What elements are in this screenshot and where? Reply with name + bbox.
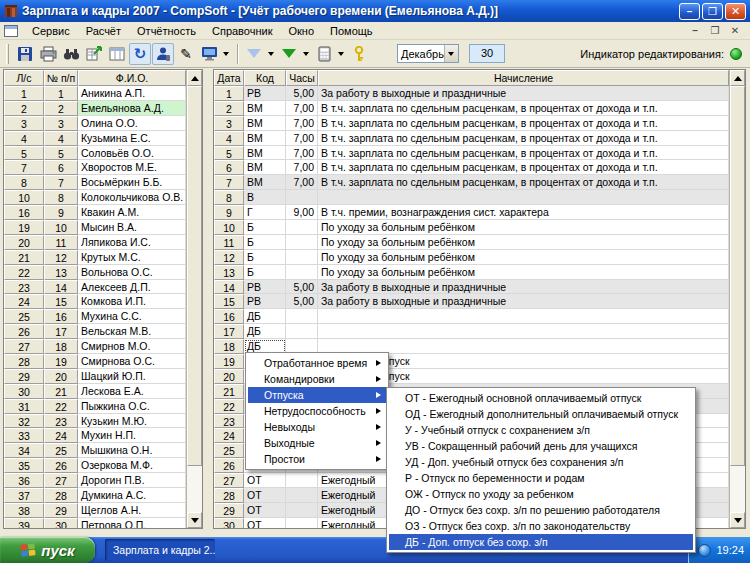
code-cell[interactable]: В (244, 190, 286, 205)
fio-cell[interactable]: Шацкий Ю.П. (78, 369, 186, 384)
submenu-item[interactable]: ОТ - Ежегодный основной оплачиваемый отп… (389, 390, 693, 406)
fio-cell[interactable]: Емельянова А.Д. (78, 101, 186, 116)
fio-cell[interactable]: Комкова И.П. (78, 294, 186, 309)
code-cell[interactable]: Б (244, 265, 286, 280)
order-number-cell[interactable]: 13 (44, 265, 78, 280)
order-number-cell[interactable]: 29 (44, 503, 78, 518)
menu-item-Расчёт[interactable]: Расчёт (78, 23, 129, 39)
date-cell[interactable]: 1 (214, 86, 244, 101)
edit-button[interactable]: ✎ (175, 43, 197, 65)
code-cell[interactable]: ВМ (244, 116, 286, 131)
accrual-cell[interactable]: В т.ч. зарплата по сдельным расценкам, в… (318, 101, 729, 116)
accrual-cell[interactable] (318, 190, 729, 205)
fio-cell[interactable]: Алексеев Д.П. (78, 280, 186, 295)
code-cell[interactable]: РВ (244, 280, 286, 295)
code-cell[interactable]: Б (244, 235, 286, 250)
refresh-button[interactable]: ↻ (129, 43, 151, 65)
hours-cell[interactable] (286, 235, 318, 250)
order-number-cell[interactable]: 26 (44, 458, 78, 473)
personal-account-cell[interactable]: 20 (4, 235, 44, 250)
accrual-cell[interactable]: По уходу за больным ребёнком (318, 250, 729, 265)
order-number-cell[interactable]: 4 (44, 131, 78, 146)
order-number-cell[interactable]: 12 (44, 250, 78, 265)
hours-cell[interactable] (286, 324, 318, 339)
accrual-cell[interactable]: По уходу за больным ребёнком (318, 265, 729, 280)
accrual-cell[interactable]: За работу в выходные и праздничные (318, 280, 729, 295)
submenu-item[interactable]: УД - Доп. учебный отпуск без сохранения … (389, 454, 693, 470)
order-number-cell[interactable]: 21 (44, 384, 78, 399)
date-cell[interactable]: 19 (214, 354, 244, 369)
date-cell[interactable]: 8 (214, 190, 244, 205)
code-cell[interactable]: ДБ (244, 324, 286, 339)
date-cell[interactable]: 28 (214, 488, 244, 503)
close-button[interactable]: ✕ (725, 3, 746, 20)
fio-cell[interactable]: Колокольчикова О.В. (78, 190, 186, 205)
collapse-button[interactable] (243, 43, 265, 65)
month-select[interactable]: Декабрь (397, 44, 459, 63)
order-number-cell[interactable]: 20 (44, 369, 78, 384)
fio-cell[interactable]: Ляпикова И.С. (78, 235, 186, 250)
fio-cell[interactable]: Кузьмина Е.С. (78, 131, 186, 146)
fio-cell[interactable]: Квакин А.М. (78, 205, 186, 220)
submenu-item[interactable]: ДО - Отпуск без сохр. з/п по решению раб… (389, 502, 693, 518)
hours-cell[interactable] (286, 190, 318, 205)
fio-cell[interactable]: Озеркова М.Ф. (78, 458, 186, 473)
hours-cell[interactable]: 7,00 (286, 116, 318, 131)
hours-cell[interactable]: 7,00 (286, 101, 318, 116)
submenu-item[interactable]: ДБ - Доп. отпуск без сохр. з/п (389, 534, 693, 550)
date-cell[interactable]: 23 (214, 414, 244, 429)
order-number-cell[interactable]: 19 (44, 354, 78, 369)
order-number-cell[interactable]: 27 (44, 473, 78, 488)
access-button[interactable] (348, 43, 370, 65)
code-cell[interactable]: ВМ (244, 160, 286, 175)
date-cell[interactable]: 24 (214, 428, 244, 443)
column-header[interactable]: Начисление (318, 70, 729, 86)
personal-account-cell[interactable]: 33 (4, 428, 44, 443)
date-cell[interactable]: 18 (214, 339, 244, 354)
order-number-cell[interactable]: 11 (44, 235, 78, 250)
accrual-cell[interactable]: За работу в выходные и праздничные (318, 294, 729, 309)
fio-cell[interactable]: Олина О.О. (78, 116, 186, 131)
order-number-cell[interactable]: 6 (44, 160, 78, 175)
personal-account-cell[interactable]: 26 (4, 324, 44, 339)
code-cell[interactable]: Б (244, 250, 286, 265)
date-cell[interactable]: 26 (214, 458, 244, 473)
submenu-item[interactable]: ОД - Ежегодный дополнительный оплачиваем… (389, 406, 693, 422)
collapse-dropdown-caret[interactable] (266, 43, 276, 65)
menu-item-Окно[interactable]: Окно (280, 23, 322, 39)
accrual-cell[interactable]: В т.ч. зарплата по сдельным расценкам, в… (318, 160, 729, 175)
fio-cell[interactable]: Соловьёв О.О. (78, 146, 186, 161)
date-cell[interactable]: 17 (214, 324, 244, 339)
monitor-button[interactable] (198, 43, 220, 65)
personal-account-cell[interactable]: 19 (4, 220, 44, 235)
start-button[interactable]: пуск (0, 537, 95, 563)
hours-cell[interactable] (286, 473, 318, 488)
personal-account-cell[interactable]: 24 (4, 294, 44, 309)
hours-cell[interactable]: 7,00 (286, 131, 318, 146)
date-cell[interactable]: 27 (214, 473, 244, 488)
context-menu-item[interactable]: Невыходы (248, 419, 386, 435)
order-number-cell[interactable]: 17 (44, 324, 78, 339)
personal-account-cell[interactable]: 32 (4, 414, 44, 429)
calculator-button[interactable] (313, 43, 335, 65)
personal-account-cell[interactable]: 34 (4, 443, 44, 458)
fio-cell[interactable]: Мысин В.А. (78, 220, 186, 235)
fio-cell[interactable]: Вельская М.В. (78, 324, 186, 339)
context-menu-item[interactable]: Отпуска (248, 387, 386, 403)
hours-cell[interactable]: 5,00 (286, 294, 318, 309)
column-header[interactable]: Ф.И.О. (78, 70, 186, 86)
date-cell[interactable]: 6 (214, 160, 244, 175)
order-number-cell[interactable]: 3 (44, 116, 78, 131)
code-cell[interactable]: Г (244, 205, 286, 220)
date-cell[interactable]: 20 (214, 369, 244, 384)
personal-account-cell[interactable]: 3 (4, 116, 44, 131)
expand-button[interactable] (278, 43, 300, 65)
fio-cell[interactable]: Думкина А.С. (78, 488, 186, 503)
order-number-cell[interactable]: 16 (44, 309, 78, 324)
order-number-cell[interactable]: 2 (44, 101, 78, 116)
hours-cell[interactable]: 9,00 (286, 205, 318, 220)
accrual-cell[interactable] (318, 309, 729, 324)
personal-account-cell[interactable]: 36 (4, 473, 44, 488)
calculator-dropdown-caret[interactable] (336, 43, 346, 65)
hours-cell[interactable] (286, 488, 318, 503)
